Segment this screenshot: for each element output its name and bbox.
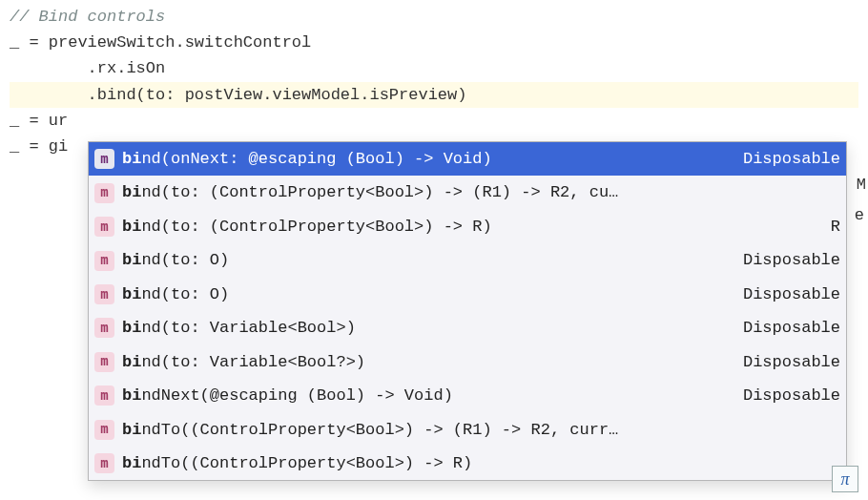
method-badge-icon: m — [94, 149, 114, 169]
method-badge-icon: m — [94, 183, 114, 203]
method-badge-icon: m — [94, 352, 114, 372]
code-editor[interactable]: // Bind controls _ = previewSwitch.switc… — [0, 0, 868, 163]
autocomplete-return-type: Disposable — [732, 347, 840, 377]
code-line-2: _ = previewSwitch.switchControl — [10, 30, 858, 55]
method-badge-icon: m — [94, 420, 114, 440]
autocomplete-signature: bind(to: (ControlProperty<Bool>) -> R) — [122, 212, 819, 241]
autocomplete-signature: bind(to: Variable<Bool?>) — [122, 347, 732, 377]
autocomplete-return-type: Disposable — [732, 313, 840, 343]
autocomplete-signature: bind(to: (ControlProperty<Bool>) -> (R1)… — [122, 177, 840, 207]
method-badge-icon: m — [94, 318, 114, 338]
method-badge-icon: m — [94, 251, 114, 271]
autocomplete-signature: bindNext(@escaping (Bool) -> Void) — [122, 381, 732, 410]
autocomplete-signature: bind(to: O) — [122, 245, 732, 275]
code-line-5: _ = ur — [10, 108, 858, 134]
clipped-char-line6: e — [855, 202, 864, 228]
autocomplete-return-type: Disposable — [732, 280, 840, 309]
pi-icon[interactable]: π — [832, 466, 858, 492]
autocomplete-item-3[interactable]: mbind(to: O)Disposable — [89, 243, 846, 277]
autocomplete-item-9[interactable]: mbindTo((ControlProperty<Bool>) -> R) — [89, 447, 846, 480]
autocomplete-signature: bindTo((ControlProperty<Bool>) -> R) — [122, 448, 840, 478]
autocomplete-item-4[interactable]: mbind(to: O)Disposable — [89, 278, 846, 311]
clipped-char-line5: M — [857, 172, 866, 198]
code-line-4-active: .bind(to: postView.viewModel.isPreview) — [10, 82, 858, 108]
method-badge-icon: m — [94, 453, 114, 473]
autocomplete-signature: bindTo((ControlProperty<Bool>) -> (R1) -… — [122, 415, 840, 445]
autocomplete-popup[interactable]: mbind(onNext: @escaping (Bool) -> Void)D… — [88, 141, 847, 481]
autocomplete-item-8[interactable]: mbindTo((ControlProperty<Bool>) -> (R1) … — [89, 413, 846, 447]
autocomplete-return-type: Disposable — [732, 381, 840, 410]
autocomplete-return-type: R — [819, 212, 840, 241]
autocomplete-return-type: Disposable — [732, 245, 840, 275]
autocomplete-item-6[interactable]: mbind(to: Variable<Bool?>)Disposable — [89, 345, 846, 379]
autocomplete-signature: bind(onNext: @escaping (Bool) -> Void) — [122, 144, 732, 174]
code-line-3: .rx.isOn — [10, 55, 858, 81]
autocomplete-item-1[interactable]: mbind(to: (ControlProperty<Bool>) -> (R1… — [89, 176, 846, 209]
autocomplete-item-7[interactable]: mbindNext(@escaping (Bool) -> Void)Dispo… — [89, 379, 846, 412]
method-badge-icon: m — [94, 284, 114, 304]
autocomplete-item-0[interactable]: mbind(onNext: @escaping (Bool) -> Void)D… — [89, 142, 846, 176]
code-line-comment: // Bind controls — [10, 4, 858, 30]
autocomplete-signature: bind(to: Variable<Bool>) — [122, 313, 732, 343]
autocomplete-item-2[interactable]: mbind(to: (ControlProperty<Bool>) -> R)R — [89, 210, 846, 243]
autocomplete-signature: bind(to: O) — [122, 280, 732, 309]
method-badge-icon: m — [94, 217, 114, 237]
autocomplete-return-type: Disposable — [732, 144, 840, 174]
autocomplete-item-5[interactable]: mbind(to: Variable<Bool>)Disposable — [89, 311, 846, 344]
method-badge-icon: m — [94, 385, 114, 406]
